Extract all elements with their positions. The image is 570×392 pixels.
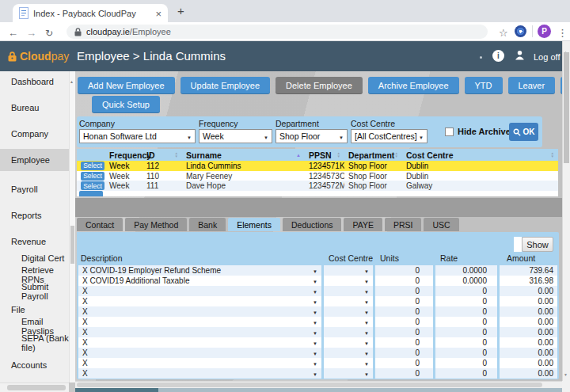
element-cost-centre-select[interactable] [324, 296, 373, 306]
grid-column-header[interactable]: PPSN [305, 149, 344, 161]
element-amount-field[interactable]: 0.00 [500, 296, 557, 306]
grid-column-header[interactable]: Frequency [105, 149, 142, 161]
sidebar-item[interactable]: Email Payslips [0, 318, 75, 334]
element-rate-field[interactable]: 0 [435, 358, 497, 368]
search-ok-button[interactable]: OK [509, 123, 538, 141]
element-amount-field[interactable]: 0.00 [500, 286, 557, 296]
element-cost-centre-select[interactable] [324, 327, 373, 337]
element-rate-field[interactable]: 0 [435, 286, 497, 296]
element-description-select[interactable]: X [78, 296, 321, 306]
element-amount-field[interactable]: 0.00 [500, 306, 557, 317]
sort-icon[interactable] [337, 152, 340, 158]
element-units-field[interactable]: 0 [375, 306, 433, 317]
filter-select[interactable]: [All CostCentres] [351, 129, 428, 143]
select-button[interactable]: Select [81, 181, 104, 190]
sidebar-scrollbar-thumb[interactable] [70, 226, 74, 264]
sidebar-item[interactable]: SEPA (Bank file) [0, 335, 75, 351]
element-rate-field[interactable]: 0.0000 [435, 265, 497, 276]
element-rate-field[interactable]: 0 [435, 348, 497, 358]
filter-select[interactable]: Week [199, 129, 272, 143]
sidebar-item[interactable]: Reports [0, 207, 75, 223]
grid-column-header[interactable]: ID [142, 149, 182, 161]
detail-tab[interactable]: Elements [228, 218, 280, 231]
forward-icon[interactable] [26, 25, 36, 40]
sidebar-item[interactable]: Digital Cert [0, 250, 75, 266]
element-amount-field[interactable]: 0.00 [500, 327, 557, 337]
action-button[interactable]: Quick Setup [92, 96, 160, 113]
element-description-select[interactable]: X [78, 337, 321, 348]
sidebar-hscrollbar-thumb[interactable] [7, 385, 66, 390]
vscrollbar-thumb[interactable] [564, 52, 569, 163]
browser-tab[interactable]: Index - Payback CloudPay [13, 4, 168, 22]
element-units-field[interactable]: 0 [375, 327, 433, 337]
element-units-field[interactable]: 0 [375, 368, 433, 379]
element-units-field[interactable]: 0 [375, 276, 433, 286]
detail-tab[interactable]: Deductions [283, 218, 342, 231]
detail-tab[interactable]: PAYE [344, 218, 382, 231]
element-cost-centre-select[interactable] [324, 265, 373, 276]
action-button[interactable]: Update Employee [180, 77, 270, 94]
sidebar-item[interactable]: Payroll [0, 181, 75, 197]
element-cost-centre-select[interactable] [324, 358, 373, 368]
action-button[interactable]: Leaver [508, 77, 556, 94]
element-description-select[interactable]: X [78, 286, 321, 296]
browser-menu-icon[interactable] [557, 25, 568, 40]
sidebar-item[interactable]: Accounts [0, 357, 75, 373]
element-description-select[interactable]: X [78, 358, 321, 368]
element-rate-field[interactable]: 0 [435, 337, 497, 348]
sidebar-item[interactable]: Bureau [0, 100, 75, 116]
sort-icon[interactable] [175, 152, 178, 158]
bookmark-star-icon[interactable] [499, 25, 508, 40]
element-units-field[interactable]: 0 [375, 358, 433, 368]
detail-tab[interactable]: Bank [189, 218, 226, 231]
content-horizontal-scrollbar[interactable] [75, 381, 562, 388]
detail-tab[interactable]: Contact [77, 218, 123, 231]
grid-column-header[interactable]: Surname [182, 149, 305, 161]
sidebar-item[interactable]: File [0, 302, 75, 318]
element-units-field[interactable]: 0 [375, 296, 433, 306]
sidebar-item[interactable]: Revenue [0, 234, 75, 249]
element-cost-centre-select[interactable] [324, 337, 373, 348]
grid-column-header[interactable]: Department [344, 149, 402, 161]
grid-column-header[interactable] [77, 149, 105, 161]
element-units-field[interactable]: 0 [375, 286, 433, 296]
element-amount-field[interactable]: 0.00 [500, 368, 557, 379]
sidebar-item[interactable]: Submit Payroll [0, 284, 75, 299]
sidebar-item[interactable]: Dashboard [0, 74, 75, 89]
back-icon[interactable] [8, 25, 18, 40]
profile-avatar[interactable]: P [538, 25, 551, 38]
element-description-select[interactable]: X COVID19 Additional Taxable [78, 276, 321, 286]
element-units-field[interactable]: 0 [375, 337, 433, 348]
element-description-select[interactable]: X [78, 327, 321, 337]
element-cost-centre-select[interactable] [324, 276, 373, 286]
log-off-button[interactable]: Log off [534, 52, 560, 62]
scroll-down-icon[interactable] [564, 365, 568, 379]
hscrollbar-thumb[interactable] [77, 382, 542, 387]
grid-column-header[interactable]: Cost Centre [402, 149, 558, 161]
element-units-field[interactable]: 0 [375, 265, 433, 276]
scroll-left-icon[interactable] [2, 385, 6, 392]
sort-icon[interactable] [551, 152, 554, 158]
user-icon[interactable] [515, 49, 525, 63]
select-button[interactable]: Select [81, 162, 104, 170]
action-button[interactable]: Add New Employee [78, 77, 175, 94]
show-button[interactable]: Show [522, 237, 553, 252]
sidebar-vertical-scrollbar[interactable] [69, 71, 75, 382]
element-amount-field[interactable]: 739.64 [500, 265, 557, 276]
detail-tab[interactable]: USC [424, 218, 458, 231]
element-rate-field[interactable]: 0 [435, 306, 497, 317]
page-vertical-scrollbar[interactable] [562, 41, 570, 381]
element-rate-field[interactable]: 0 [435, 317, 497, 327]
cloudpay-logo[interactable]: Cloudpay [8, 50, 69, 63]
sort-icon[interactable] [296, 154, 301, 157]
element-description-select[interactable]: X [78, 368, 321, 379]
element-rate-field[interactable]: 0 [435, 368, 497, 379]
sidebar-item[interactable]: Employee [0, 149, 75, 171]
action-button[interactable]: Delete Employee [276, 77, 363, 94]
address-bar[interactable]: cloudpay.ie/Employee [66, 25, 488, 39]
action-button[interactable]: YTD [465, 77, 503, 94]
filter-select[interactable]: Shop Floor [276, 129, 348, 143]
detail-tab[interactable]: PRSI [385, 218, 422, 231]
element-rate-field[interactable]: 0 [435, 327, 497, 337]
sort-icon[interactable] [395, 152, 398, 158]
